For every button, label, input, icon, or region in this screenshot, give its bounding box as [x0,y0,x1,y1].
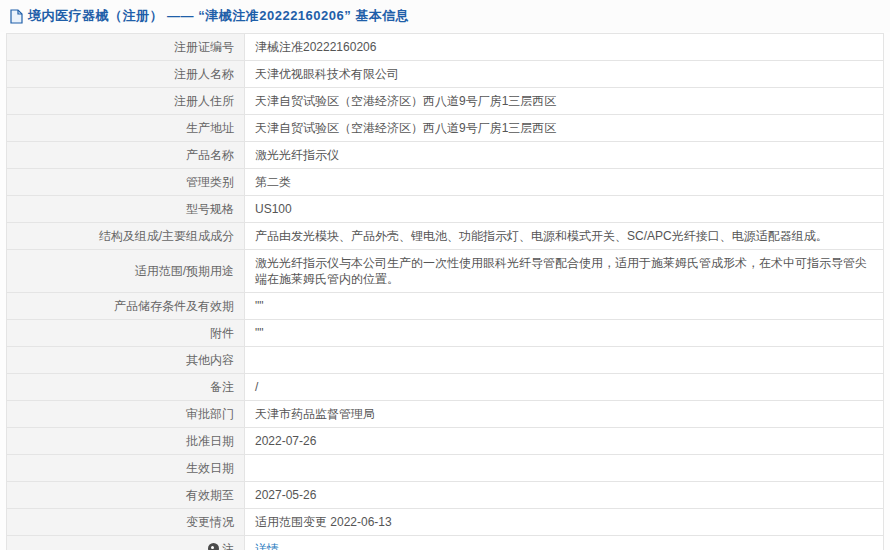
details-link[interactable]: 详情 [255,542,279,550]
table-row-approval-date: 批准日期 2022-07-26 [7,428,884,455]
row-value: 产品由发光模块、产品外壳、锂电池、功能指示灯、电源和模式开关、SC/APC光纤接… [245,223,884,250]
table-row-approval-department: 审批部门 天津市药品监督管理局 [7,401,884,428]
table-row-effective-date: 生效日期 [7,455,884,482]
row-value [245,455,884,482]
row-label: 附件 [7,320,245,347]
row-label: 批准日期 [7,428,245,455]
row-value: 适用范围变更 2022-06-13 [245,509,884,536]
row-label: 变更情况 [7,509,245,536]
row-label: 注册人住所 [7,88,245,115]
table-row-storage-conditions: 产品储存条件及有效期 "" [7,293,884,320]
row-value: "" [245,293,884,320]
note-icon [208,543,219,550]
table-row-intended-use: 适用范围/预期用途 激光光纤指示仪与本公司生产的一次性使用眼科光纤导管配合使用，… [7,250,884,293]
row-label: 结构及组成/主要组成成分 [7,223,245,250]
row-label: 备注 [7,374,245,401]
table-row-registrant-name: 注册人名称 天津优视眼科技术有限公司 [7,61,884,88]
row-value [245,347,884,374]
row-label: 生效日期 [7,455,245,482]
row-label: 生产地址 [7,115,245,142]
table-row-attachments: 附件 "" [7,320,884,347]
row-value: 激光光纤指示仪 [245,142,884,169]
table-row-management-category: 管理类别 第二类 [7,169,884,196]
row-label: 注册人名称 [7,61,245,88]
table-row-remarks: 备注 / [7,374,884,401]
row-value: 天津自贸试验区（空港经济区）西八道9号厂房1三层西区 [245,88,884,115]
row-label: 审批部门 [7,401,245,428]
table-row-note: 注 详情 [7,536,884,550]
table-row-model-spec: 型号规格 US100 [7,196,884,223]
row-label-text: 注 [222,542,234,550]
row-label: 注 [7,536,245,550]
table-row-structure-composition: 结构及组成/主要组成成分 产品由发光模块、产品外壳、锂电池、功能指示灯、电源和模… [7,223,884,250]
row-label: 有效期至 [7,482,245,509]
row-value: 天津自贸试验区（空港经济区）西八道9号厂房1三层西区 [245,115,884,142]
row-value: 天津市药品监督管理局 [245,401,884,428]
row-value: / [245,374,884,401]
table-row-registration-number: 注册证编号 津械注准20222160206 [7,34,884,61]
row-label: 其他内容 [7,347,245,374]
row-value: "" [245,320,884,347]
row-value: 津械注准20222160206 [245,34,884,61]
registration-info-table: 注册证编号 津械注准20222160206 注册人名称 天津优视眼科技术有限公司… [6,33,884,550]
row-value: 2027-05-26 [245,482,884,509]
row-value: 详情 [245,536,884,550]
row-label: 产品名称 [7,142,245,169]
row-value: 2022-07-26 [245,428,884,455]
table-row-production-address: 生产地址 天津自贸试验区（空港经济区）西八道9号厂房1三层西区 [7,115,884,142]
row-label: 型号规格 [7,196,245,223]
row-value: 第二类 [245,169,884,196]
row-label: 注册证编号 [7,34,245,61]
table-row-registrant-address: 注册人住所 天津自贸试验区（空港经济区）西八道9号厂房1三层西区 [7,88,884,115]
row-value: 天津优视眼科技术有限公司 [245,61,884,88]
table-row-product-name: 产品名称 激光光纤指示仪 [7,142,884,169]
table-row-valid-until: 有效期至 2027-05-26 [7,482,884,509]
row-value: US100 [245,196,884,223]
row-label: 适用范围/预期用途 [7,250,245,293]
table-row-change-status: 变更情况 适用范围变更 2022-06-13 [7,509,884,536]
page-title: 境内医疗器械（注册） —— “津械注准20222160206” 基本信息 [28,7,409,25]
page-header: 境内医疗器械（注册） —— “津械注准20222160206” 基本信息 [0,0,890,32]
row-label: 产品储存条件及有效期 [7,293,245,320]
row-label: 管理类别 [7,169,245,196]
table-row-other-content: 其他内容 [7,347,884,374]
row-value: 激光光纤指示仪与本公司生产的一次性使用眼科光纤导管配合使用，适用于施莱姆氏管成形… [245,250,884,293]
document-icon [10,9,23,24]
